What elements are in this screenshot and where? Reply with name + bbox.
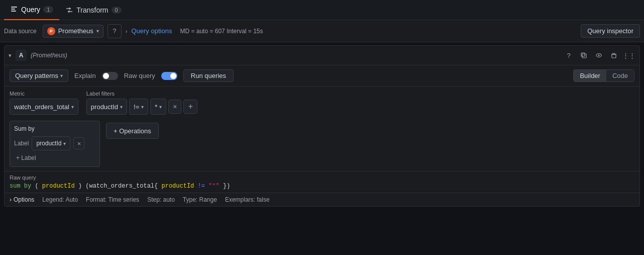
chevron-right-icon: › — [126, 28, 128, 34]
raw-query-code: sum by ( productId ) (watch_orders_total… — [10, 183, 634, 190]
code-filter-value: "*" — [208, 183, 220, 190]
options-toggle[interactable]: › Options — [10, 196, 34, 203]
prometheus-icon: P — [47, 27, 55, 35]
query-meta: MD = auto = 607 Interval = 15s — [180, 28, 263, 35]
label-filter-key-value: productId — [91, 103, 118, 111]
query-header: ▾ A (Prometheus) ? — [5, 46, 639, 65]
operations-row: Sum by Label productId ▾ × + Label + Ope… — [5, 119, 639, 171]
sum-by-box: Sum by Label productId ▾ × + Label — [10, 121, 100, 167]
query-patterns-label: Query patterns — [15, 72, 58, 79]
sum-by-label-value: productId — [36, 140, 61, 147]
label-filters-group: Label filters productId ▾ != ▾ * ▾ × + — [86, 91, 197, 115]
query-icon — [10, 6, 18, 14]
options-format: Format: Time series — [86, 196, 139, 203]
copy-icon — [580, 52, 587, 59]
builder-mode-button[interactable]: Builder — [574, 70, 606, 81]
eye-icon — [595, 52, 602, 59]
code-sum-keyword: sum — [10, 183, 21, 190]
value-chevron-icon: ▾ — [159, 104, 162, 110]
raw-query-section: Raw query sum by ( productId ) (watch_or… — [5, 171, 639, 193]
transform-icon — [65, 6, 73, 14]
sum-by-title: Sum by — [14, 125, 95, 132]
metric-row: Metric watch_orders_total ▾ Label filter… — [5, 87, 639, 119]
label-filter-key[interactable]: productId ▾ — [86, 99, 127, 115]
tab-transform-badge: 0 — [112, 7, 122, 14]
label-key-chevron-icon: ▾ — [120, 104, 123, 110]
svg-rect-1 — [11, 9, 15, 10]
label-filters-label: Label filters — [86, 91, 197, 97]
operations-button[interactable]: + Operations — [106, 123, 159, 139]
operator-chevron-icon: ▾ — [141, 104, 144, 110]
svg-rect-3 — [582, 54, 586, 58]
svg-rect-0 — [11, 7, 17, 8]
tab-query-badge: 1 — [43, 6, 53, 13]
tab-transform-label: Transform — [76, 6, 108, 14]
run-queries-button[interactable]: Run queries — [183, 69, 234, 82]
query-eye-button[interactable] — [592, 49, 605, 62]
options-row: › Options Legend: Auto Format: Time seri… — [5, 193, 639, 206]
datasource-chevron-icon: ▾ — [96, 28, 99, 34]
sum-by-label-text: Label — [14, 140, 29, 147]
query-patterns-button[interactable]: Query patterns ▾ — [10, 69, 68, 82]
code-filter-key: productId — [161, 183, 194, 190]
mode-buttons: Builder Code — [573, 69, 634, 82]
query-delete-button[interactable] — [607, 49, 620, 62]
raw-query-label: Raw query — [124, 72, 155, 79]
explain-label: Explain — [74, 72, 96, 79]
sum-by-label-row: Label productId ▾ × — [14, 136, 95, 150]
svg-rect-4 — [581, 53, 585, 56]
options-step: Step: auto — [147, 196, 175, 203]
query-copy-button[interactable] — [577, 49, 590, 62]
sum-by-chevron-icon: ▾ — [63, 141, 66, 146]
datasource-info-button[interactable]: ? — [108, 24, 122, 38]
remove-sum-by-label-button[interactable]: × — [73, 137, 84, 149]
datasource-label: Data source — [4, 28, 37, 35]
metric-value: watch_orders_total — [14, 103, 69, 111]
top-nav: Query 1 Transform 0 — [0, 0, 644, 20]
code-by-label: productId — [42, 183, 75, 190]
code-by-keyword: by — [24, 183, 31, 190]
tab-transform[interactable]: Transform 0 — [59, 0, 127, 20]
label-filter-value[interactable]: * ▾ — [150, 99, 166, 115]
explain-toggle[interactable] — [102, 72, 118, 80]
trash-icon — [610, 52, 617, 59]
metric-field-label: Metric — [10, 91, 78, 97]
metric-chevron-icon: ▾ — [71, 104, 74, 110]
options-type: Type: Range — [183, 196, 217, 203]
code-filter-op: != — [198, 183, 205, 190]
collapse-icon[interactable]: ▾ — [9, 52, 12, 59]
query-letter: A — [16, 50, 27, 61]
query-help-button[interactable]: ? — [562, 49, 575, 62]
add-label-button[interactable]: + Label — [14, 153, 38, 162]
query-inspector-button[interactable]: Query inspector — [581, 24, 640, 38]
add-filter-button[interactable]: + — [183, 100, 197, 114]
remove-filter-button[interactable]: × — [168, 100, 181, 114]
options-chevron-icon: › — [10, 196, 12, 203]
query-panel: ▾ A (Prometheus) ? — [4, 45, 640, 207]
sum-by-label-select[interactable]: productId ▾ — [32, 136, 70, 150]
options-exemplars: Exemplars: false — [225, 196, 270, 203]
raw-query-toggle[interactable] — [161, 72, 177, 80]
raw-query-title: Raw query — [10, 175, 634, 181]
query-header-actions: ? ⋮⋮ — [562, 49, 635, 62]
code-mode-button[interactable]: Code — [606, 70, 634, 81]
options-label: Options — [14, 196, 34, 203]
svg-rect-2 — [11, 11, 16, 12]
label-filter-operator[interactable]: != ▾ — [129, 99, 148, 115]
query-datasource-hint: (Prometheus) — [31, 52, 67, 59]
metric-select[interactable]: watch_orders_total ▾ — [10, 99, 78, 115]
label-filters-row: productId ▾ != ▾ * ▾ × + — [86, 99, 197, 115]
query-options-link[interactable]: Query options — [131, 27, 172, 35]
svg-point-6 — [598, 55, 600, 56]
options-legend: Legend: Auto — [42, 196, 78, 203]
metric-field-group: Metric watch_orders_total ▾ — [10, 91, 78, 115]
label-filter-value-text: * — [155, 103, 157, 111]
label-filter-operator-value: != — [134, 103, 139, 111]
svg-rect-7 — [612, 54, 616, 58]
query-more-button[interactable]: ⋮⋮ — [622, 49, 635, 62]
datasource-select[interactable]: P Prometheus ▾ — [43, 25, 103, 38]
query-controls: Query patterns ▾ Explain Raw query Run q… — [5, 65, 639, 87]
tab-query-label: Query — [21, 6, 40, 14]
query-patterns-chevron-icon: ▾ — [60, 73, 63, 78]
tab-query[interactable]: Query 1 — [4, 0, 59, 20]
